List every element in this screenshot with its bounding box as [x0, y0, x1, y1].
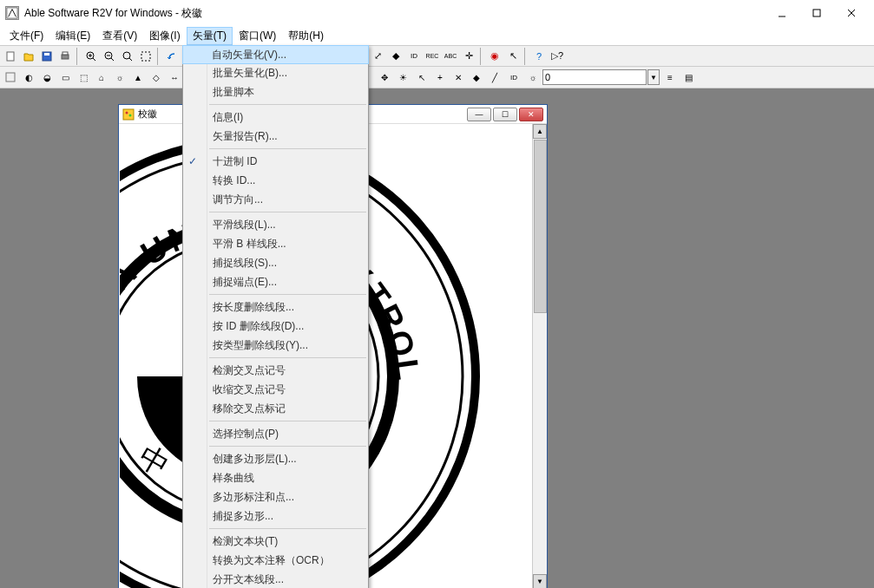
maximize-button[interactable] — [799, 2, 834, 24]
svg-rect-8 — [62, 55, 69, 59]
t2-icon-5[interactable]: ⬚ — [75, 69, 92, 86]
t2-icon-7[interactable]: ☼ — [111, 69, 128, 86]
menuitem-smooth-bspline[interactable]: 平滑 B 样线段... — [183, 234, 368, 253]
svg-rect-21 — [123, 109, 134, 120]
menu-file[interactable]: 文件(F) — [3, 27, 49, 45]
zoom-fit-icon[interactable] — [119, 48, 136, 65]
t2-icon-6[interactable]: ⌂ — [93, 69, 110, 86]
zoom-in-icon[interactable] — [82, 48, 100, 65]
menuitem-batch-vectorize[interactable]: 批量矢量化(B)... — [183, 63, 368, 82]
t2-icon-12[interactable]: ☀ — [394, 69, 411, 86]
doc-close-button[interactable]: ✕ — [519, 108, 543, 121]
menuitem-select-control-points[interactable]: 选择控制点(P) — [183, 424, 368, 443]
menuitem-detect-text-block[interactable]: 检测文本块(T) — [183, 532, 368, 551]
t2-icon-4[interactable]: ▭ — [56, 69, 74, 86]
zoom-region-icon[interactable] — [137, 48, 154, 65]
menuitem-remove-cross-marks[interactable]: 移除交叉点标记 — [183, 399, 368, 418]
app-title: Able Software R2V for Windows - 校徽 — [24, 6, 202, 21]
t2-icon-3[interactable]: ◒ — [38, 69, 56, 86]
tool-abc-icon[interactable]: ABC — [442, 48, 459, 65]
menuitem-convert-id[interactable]: 转换 ID... — [183, 171, 368, 190]
t2-icon-2[interactable]: ◐ — [20, 69, 37, 86]
scroll-thumb[interactable] — [534, 140, 547, 313]
menuitem-smooth-segment[interactable]: 平滑线段(L)... — [183, 215, 368, 234]
menu-edit[interactable]: 编辑(E) — [49, 27, 96, 45]
menu-window[interactable]: 窗口(W) — [233, 27, 282, 45]
menuitem-spline-curve[interactable]: 样条曲线 — [183, 468, 368, 487]
menuitem-snap-endpoint[interactable]: 捕捉端点(E)... — [183, 272, 368, 291]
t2-icon-cursor[interactable]: ↖ — [413, 69, 430, 86]
vector-menu-dropdown: 自动矢量化(V)... 批量矢量化(B)... 批量脚本 信息(I) 矢量报告(… — [182, 45, 369, 588]
menuitem-polygon-label-points[interactable]: 多边形标注和点... — [183, 487, 368, 506]
menuitem-ocr[interactable]: 转换为文本注释（OCR） — [183, 551, 368, 570]
close-button[interactable] — [834, 2, 869, 24]
zoom-out-icon[interactable] — [101, 48, 118, 65]
svg-rect-5 — [7, 52, 14, 61]
t2-icon-arrange1[interactable]: ≡ — [661, 69, 679, 86]
menuitem-adjust-direction[interactable]: 调节方向... — [183, 190, 368, 209]
doc-icon — [122, 108, 135, 121]
toolbar-combo[interactable] — [542, 69, 647, 85]
t2-icon-sun[interactable]: ☼ — [524, 69, 542, 86]
minimize-button[interactable] — [765, 2, 799, 24]
menuitem-decimal-id[interactable]: ✓十进制 ID — [183, 152, 368, 171]
tool-anchor-icon[interactable]: ◆ — [387, 48, 404, 65]
t2-icon-10[interactable]: ↔ — [166, 69, 183, 86]
t2-icon-line[interactable]: ╱ — [486, 69, 503, 86]
menu-view[interactable]: 查看(V) — [96, 27, 143, 45]
tool-target-icon[interactable]: ✛ — [460, 48, 477, 65]
new-icon[interactable] — [2, 48, 19, 65]
tool-pick-icon[interactable]: ⤢ — [369, 48, 386, 65]
menuitem-delete-by-id[interactable]: 按 ID 删除线段(D)... — [183, 317, 368, 336]
menuitem-split-text-segment[interactable]: 分开文本线段... — [183, 570, 368, 588]
t2-icon-arrange2[interactable]: ▤ — [680, 69, 697, 86]
menuitem-delete-by-length[interactable]: 按长度删除线段... — [183, 297, 368, 317]
menuitem-batch-script[interactable]: 批量脚本 — [183, 82, 368, 101]
scroll-up-icon[interactable]: ▲ — [533, 124, 547, 139]
tool-pointer-icon[interactable]: ↖ — [504, 48, 522, 65]
tool-whatsthis-icon[interactable]: ▷? — [549, 48, 566, 65]
menuitem-create-polygon-layer[interactable]: 创建多边形层(L)... — [183, 449, 368, 468]
menuitem-delete-by-type[interactable]: 按类型删除线段(Y)... — [183, 336, 368, 355]
save-icon[interactable] — [38, 48, 56, 65]
menuitem-snap-segment[interactable]: 捕捉线段(S)... — [183, 253, 368, 272]
undo-icon[interactable] — [163, 48, 181, 65]
doc-minimize-button[interactable]: — — [467, 108, 491, 121]
scroll-down-icon[interactable]: ▼ — [533, 574, 547, 588]
t2-icon-cross[interactable]: ✕ — [450, 69, 467, 86]
menu-vector[interactable]: 矢量(T) — [187, 27, 233, 45]
menu-help[interactable]: 帮助(H) — [282, 27, 330, 45]
menuitem-snap-polygon[interactable]: 捕捉多边形... — [183, 506, 368, 526]
t2-icon-8[interactable]: ▲ — [129, 69, 147, 86]
open-icon[interactable] — [20, 48, 37, 65]
t2-icon-9[interactable]: ◇ — [148, 69, 165, 86]
menuitem-info[interactable]: 信息(I) — [183, 108, 368, 127]
t2-icon-node[interactable]: ◆ — [468, 69, 485, 86]
menu-image[interactable]: 图像(I) — [143, 27, 186, 45]
tool-id-icon[interactable]: ID — [405, 48, 423, 65]
doc-vertical-scrollbar[interactable]: ▲ ▼ — [532, 124, 547, 588]
menuitem-shrink-cross[interactable]: 收缩交叉点记号 — [183, 380, 368, 399]
svg-line-18 — [129, 58, 132, 61]
window-controls — [765, 2, 869, 24]
svg-rect-7 — [44, 53, 49, 56]
svg-line-11 — [93, 58, 95, 61]
secondary-toolbar: ◐ ◒ ▭ ⬚ ⌂ ☼ ▲ ◇ ↔ ✥ ☀ ↖ + ✕ ◆ ╱ ID ☼ ▼ ≡… — [0, 67, 874, 88]
doc-maximize-button[interactable]: ☐ — [493, 108, 517, 121]
t2-icon-id[interactable]: ID — [505, 69, 522, 86]
tool-rec-icon[interactable]: REC — [424, 48, 441, 65]
svg-rect-20 — [6, 73, 15, 82]
menuitem-vector-report[interactable]: 矢量报告(R)... — [183, 127, 368, 146]
t2-icon-1[interactable] — [2, 69, 19, 86]
menuitem-auto-vectorize[interactable]: 自动矢量化(V)... — [182, 45, 369, 64]
titlebar: Able Software R2V for Windows - 校徽 — [0, 0, 874, 26]
t2-icon-plus[interactable]: + — [431, 69, 449, 86]
menuitem-detect-cross[interactable]: 检测交叉点记号 — [183, 361, 368, 380]
tool-help-icon[interactable]: ? — [530, 48, 548, 65]
tool-eraser-icon[interactable]: ◉ — [486, 48, 503, 65]
combo-dropdown-icon[interactable]: ▼ — [647, 69, 660, 85]
svg-point-17 — [123, 52, 130, 59]
print-icon[interactable] — [56, 48, 74, 65]
svg-point-23 — [129, 114, 132, 116]
t2-icon-11[interactable]: ✥ — [376, 69, 393, 86]
